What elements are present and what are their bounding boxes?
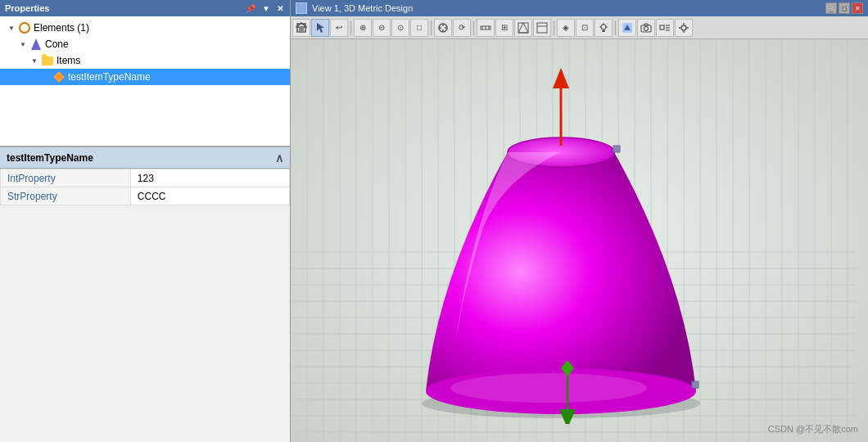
tb-select[interactable] (311, 19, 329, 37)
tree-item-elements[interactable]: ▼ Elements (1) (0, 20, 290, 36)
cone-icon (29, 38, 43, 51)
tb-grid[interactable]: ⊞ (495, 19, 513, 37)
properties-title: Properties (5, 3, 49, 13)
items-label: Items (57, 55, 80, 66)
properties-table: IntProperty 123 StrProperty CCCC (0, 169, 290, 205)
menu-button[interactable]: ▼ (260, 4, 272, 13)
close-button[interactable]: ✕ (275, 4, 285, 13)
tb-sep2 (431, 20, 432, 35)
arrow-up-red (553, 68, 569, 146)
elements-icon (18, 21, 31, 34)
restore-button[interactable]: ◻ (839, 2, 850, 14)
expand-arrow-elements: ▼ (7, 23, 16, 33)
svg-marker-96 (553, 68, 569, 88)
tb-view1[interactable] (514, 19, 532, 37)
svg-marker-28 (644, 24, 649, 25)
svg-marker-15 (518, 23, 528, 33)
properties-panel: Properties 📌 ▼ ✕ ▼ Elements (1) ▼ (0, 0, 291, 442)
tb-sep1 (350, 20, 351, 35)
tb-shading[interactable]: ◈ (557, 19, 575, 37)
detail-title: testItemTypeName (7, 152, 93, 164)
tb-camera[interactable] (637, 19, 655, 37)
svg-marker-4 (317, 23, 324, 33)
viewport-panel: View 1, 3D Metric Design _ ◻ ✕ ↩ ⊕ ⊖ ⊙ □ (291, 0, 868, 442)
tb-pan[interactable] (434, 19, 452, 37)
property-value-int[interactable]: 123 (130, 169, 289, 187)
tree-item-cone[interactable]: ▼ Cone (0, 36, 290, 52)
svg-marker-0 (31, 38, 41, 50)
tb-settings[interactable] (675, 19, 693, 37)
tb-undo[interactable]: ↩ (330, 19, 348, 37)
expand-arrow-cone: ▼ (18, 39, 28, 49)
tb-render[interactable] (618, 19, 636, 37)
test-item-label: testItemTypeName (68, 71, 151, 83)
diamond-icon (52, 70, 66, 83)
viewport-window-controls: _ ◻ ✕ (825, 2, 863, 14)
tree-item-items[interactable]: ▼ Items (0, 52, 290, 69)
cone-3d-shape (397, 64, 725, 424)
svg-rect-29 (660, 25, 664, 29)
cone-label: Cone (45, 38, 69, 50)
detail-panel: testItemTypeName ∧ IntProperty 123 StrPr… (0, 147, 290, 442)
properties-header: Properties 📌 ▼ ✕ (0, 0, 290, 16)
detail-header: testItemTypeName ∧ (0, 147, 290, 169)
pin-button[interactable]: 📌 (244, 4, 257, 13)
tb-measure[interactable] (477, 19, 495, 37)
folder-icon (41, 54, 54, 67)
tb-zoom-fit[interactable]: ⊙ (391, 19, 409, 37)
tb-sep3 (473, 20, 474, 35)
viewport-3d[interactable]: CSDN @不见不散com (291, 39, 868, 442)
svg-rect-14 (518, 23, 528, 33)
expand-arrow-items: ▼ (29, 56, 39, 65)
svg-point-18 (601, 25, 606, 29)
tree-item-test-item[interactable]: testItemTypeName (0, 69, 290, 85)
tree-panel: ▼ Elements (1) ▼ Cone ▼ (0, 16, 290, 147)
svg-rect-23 (602, 30, 605, 32)
elements-label: Elements (1) (34, 22, 89, 34)
tb-sep4 (554, 20, 554, 35)
viewport-titlebar: View 1, 3D Metric Design _ ◻ ✕ (291, 0, 868, 16)
property-value-str[interactable]: CCCC (130, 187, 289, 205)
viewport-icon (296, 2, 307, 14)
viewport-title: View 1, 3D Metric Design (312, 3, 413, 13)
tb-sep5 (615, 20, 616, 35)
tb-rotate[interactable]: ⟳ (453, 19, 471, 37)
header-controls: 📌 ▼ ✕ (244, 4, 285, 13)
svg-point-33 (681, 25, 686, 30)
tb-view2[interactable] (533, 19, 551, 37)
property-row-str: StrProperty CCCC (1, 187, 290, 205)
property-name-str: StrProperty (1, 187, 131, 205)
expand-arrow-test (41, 72, 51, 82)
minimize-button[interactable]: _ (825, 2, 837, 14)
close-viewport-button[interactable]: ✕ (852, 2, 863, 14)
tb-zoom-in[interactable]: ⊕ (354, 19, 372, 37)
tb-wireframe[interactable]: ⊡ (576, 19, 594, 37)
tb-home[interactable] (292, 19, 310, 37)
svg-rect-94 (692, 381, 698, 388)
property-row-int: IntProperty 123 (1, 169, 290, 187)
property-name-int: IntProperty (1, 169, 131, 187)
tb-more[interactable] (656, 19, 674, 37)
tb-zoom-out[interactable]: ⊖ (373, 19, 391, 37)
watermark: CSDN @不见不散com (768, 423, 858, 435)
viewport-toolbar: ↩ ⊕ ⊖ ⊙ □ ⟳ ⊞ ◈ ⊡ (291, 16, 868, 39)
collapse-button[interactable]: ∧ (275, 151, 283, 165)
svg-rect-16 (537, 23, 547, 33)
svg-rect-2 (299, 28, 304, 32)
svg-point-27 (644, 26, 649, 30)
tb-box-select[interactable]: □ (410, 19, 428, 37)
svg-rect-93 (613, 146, 620, 152)
tb-light[interactable] (594, 19, 613, 37)
svg-point-90 (450, 373, 647, 403)
